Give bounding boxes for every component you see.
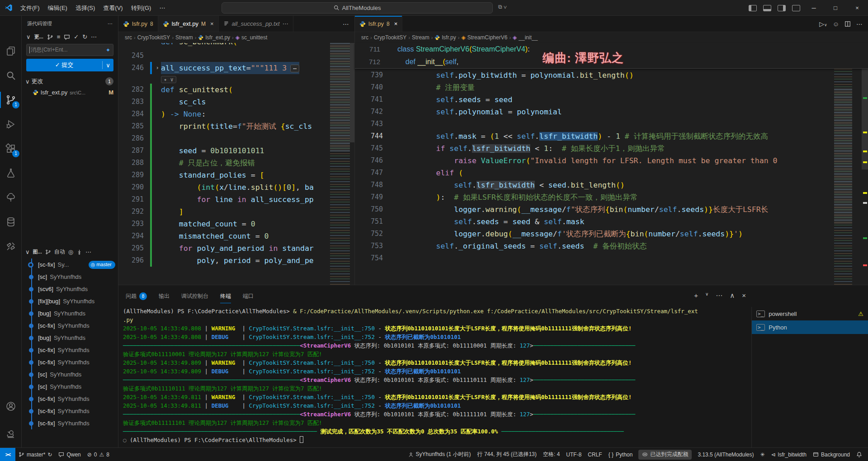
run-debug-icon[interactable] [0, 113, 22, 135]
close-panel-icon[interactable]: × [742, 292, 746, 300]
tab-ports[interactable]: 端口 [243, 285, 254, 307]
minimize-button[interactable]: ─ [803, 0, 825, 16]
generate-commit-message-icon[interactable]: ✦ [106, 47, 110, 53]
breadcrumb-right[interactable]: src› CrypTookitSY› Stream› lsfr.py› ◈ St… [355, 32, 868, 43]
sidebar-more-icon[interactable]: ⋯ [108, 21, 113, 27]
new-terminal-icon[interactable]: + [694, 292, 698, 300]
code-line[interactable]: 295 for poly_and_period in standar [118, 242, 330, 254]
code-line[interactable]: 742 self.polynomial = polynomial [355, 106, 832, 118]
menu-more[interactable]: ⋯ [155, 0, 169, 16]
target-icon[interactable]: ◎ [68, 249, 73, 255]
menu-view[interactable]: 查看(V) [99, 0, 127, 16]
tab-lsfr-py[interactable]: lsfr.py 8 [118, 16, 158, 32]
indentation-status[interactable]: 空格: 4 [540, 448, 563, 461]
tab-lsfr-ext-py[interactable]: lsfr_ext.py M × [158, 16, 219, 32]
code-line[interactable]: 246›all_success_pp_text="""111 3⋯ [118, 62, 330, 74]
branch-status[interactable]: master* ↻ [15, 448, 55, 461]
copilot-quota-status[interactable]: 已达到完成配额 [638, 450, 692, 460]
commit-row[interactable]: [sc]SyYhunfhds [22, 368, 118, 381]
commit-row[interactable]: [scv6]SyYhunfhds [22, 283, 118, 295]
fetch-icon[interactable] [76, 249, 82, 255]
commit-row[interactable]: [sc-fix]SyYhunfhds [22, 393, 118, 405]
scm-section-label[interactable]: 更... [34, 33, 43, 40]
background-status[interactable]: Background [810, 448, 853, 461]
chat-status[interactable]: Qwen [55, 448, 84, 461]
comment-icon[interactable] [64, 34, 70, 40]
code-line[interactable]: 292 ] [118, 206, 330, 218]
panel-more-icon[interactable]: ⋯ [716, 292, 722, 300]
code-line[interactable]: 751 self.seeds = seed & self.mask [355, 216, 832, 228]
code-line[interactable]: 284) -> None: [118, 108, 330, 120]
code-line[interactable]: 291 for line in all_success_pp [118, 193, 330, 206]
commit-row[interactable]: [sc]SyYhunfhds [22, 381, 118, 393]
extension-status-icon[interactable]: ✳ [757, 448, 768, 461]
terminal-dropdown-icon[interactable]: ∨ [705, 292, 708, 300]
refresh-icon[interactable]: ↻ [82, 33, 87, 40]
search-view-icon[interactable] [0, 65, 22, 86]
code-line[interactable]: 245 [118, 50, 330, 62]
code-line[interactable]: 286 [118, 132, 330, 145]
code-line[interactable]: 296 poly, period = poly_and_pe [118, 254, 330, 267]
scrollbar-left[interactable] [350, 43, 354, 142]
close-tab-icon[interactable]: × [394, 20, 398, 27]
tools-icon[interactable] [0, 235, 22, 257]
changes-section-header[interactable]: ∨ 更改 1 [22, 74, 118, 87]
tab-terminal[interactable]: 终端 [220, 285, 231, 307]
breadcrumb-left[interactable]: src› CrypTookitSY› Stream› lsfr_ext.py› … [118, 32, 354, 43]
commit-row[interactable]: [sc-fix]SyYhunfhds [22, 320, 118, 332]
commit-dropdown-icon[interactable]: ∨ [103, 62, 113, 69]
account-icon[interactable] [0, 395, 22, 417]
close-tab-icon[interactable]: × [210, 20, 214, 27]
tab-lsfr-py-right[interactable]: lsfr.py 8 × [355, 16, 402, 32]
code-line[interactable]: ✦ ∨ [118, 74, 330, 84]
new-window-icon[interactable]: ⧉ ∨ [498, 4, 507, 10]
code-line[interactable]: 753 self._original_seeds = self.seeds # … [355, 240, 832, 252]
tab-more-icon[interactable]: ⋯ [283, 20, 288, 27]
branch-icon[interactable] [45, 249, 51, 255]
eol-status[interactable]: CRLF [585, 448, 605, 461]
notifications-bell-icon[interactable] [853, 448, 865, 461]
symbol-status[interactable]: ⊲ lsfr_bitwidth [768, 448, 810, 461]
tab-debug-console[interactable]: 调试控制台 [181, 285, 208, 307]
commit-row[interactable]: [bug]SyYhunfhds [22, 307, 118, 320]
maximize-button[interactable]: □ [825, 0, 846, 16]
terminal-item-powershell[interactable]: >_ powershell ⚠ [752, 307, 868, 320]
code-line[interactable]: 754 [355, 252, 832, 264]
commit-button[interactable]: ✓ 提交 ∨ [26, 59, 113, 71]
language-mode-status[interactable]: { } Python [605, 448, 636, 461]
view-list-icon[interactable]: ≡ [57, 33, 61, 40]
code-line[interactable]: 745 if self.lsfr_bitwidth < 1: # 如果长度小于1… [355, 142, 832, 155]
remote-indicator[interactable]: >< [0, 448, 15, 461]
code-line[interactable]: 740 # 注册变量 [355, 81, 832, 94]
chevron-down-icon[interactable]: ∨ [26, 33, 31, 40]
graph-auto-label[interactable]: 自动 [54, 248, 65, 256]
code-line[interactable]: 293 matched_count = 0 [118, 218, 330, 230]
code-line[interactable]: 744 self.mask = (1 << self.lsfr_bitwidth… [355, 130, 832, 142]
python-interpreter-status[interactable]: 3.13.5 (AllTheModules) [694, 448, 757, 461]
run-python-file-icon[interactable]: ▷∨ [819, 20, 827, 28]
blame-author-status[interactable]: SyYhunfhds (1 小时前) [405, 448, 474, 461]
code-line[interactable]: def sc_benchmark( [118, 43, 330, 50]
graph-section-header[interactable]: ∨ 图... 自动 ◎ ⋯ [22, 246, 118, 257]
changed-file-row[interactable]: lsfr_ext.py src\C... M [22, 87, 118, 98]
database-icon[interactable] [0, 211, 22, 233]
code-line[interactable]: 288 # 只是占位，避免报错 [118, 157, 330, 169]
menu-edit[interactable]: 编辑(E) [44, 0, 71, 16]
commit-row[interactable]: [sc-fix]SyYhunfhds [22, 344, 118, 356]
code-line[interactable]: 285 rprint(title=f"开始测试 {sc_cls [118, 120, 330, 132]
problems-status[interactable]: ⊘ 0 ⚠ 8 [84, 448, 113, 461]
editor-actions-more-icon[interactable]: ⋯ [343, 20, 349, 28]
minimap-right[interactable] [834, 43, 852, 285]
code-line[interactable]: 294 mismatched_count = 0 [118, 230, 330, 242]
testing-icon[interactable] [0, 162, 22, 184]
code-line[interactable]: 283 sc_cls [118, 96, 330, 108]
code-line[interactable]: 749 ): # 如果LSFR长度和初始状态的长度不一致，则抛出异常 [355, 191, 832, 203]
code-line[interactable]: 282def sc_unittest( [118, 84, 330, 96]
menu-file[interactable]: 文件(F) [16, 0, 44, 16]
commit-row[interactable]: [bug]SyYhunfhds [22, 332, 118, 344]
tab-all-success-pp-txt[interactable]: all_success_pp.txt ⋯ [219, 16, 293, 32]
extensions-icon[interactable]: 1 [0, 138, 22, 160]
explorer-icon[interactable] [0, 40, 22, 62]
code-editor-right[interactable]: 739 self.poly_bitwidth = polynomial.bit_… [355, 43, 832, 285]
commit-message-input[interactable]: 消息(Ctrl+Ent... ✦ [26, 44, 113, 56]
